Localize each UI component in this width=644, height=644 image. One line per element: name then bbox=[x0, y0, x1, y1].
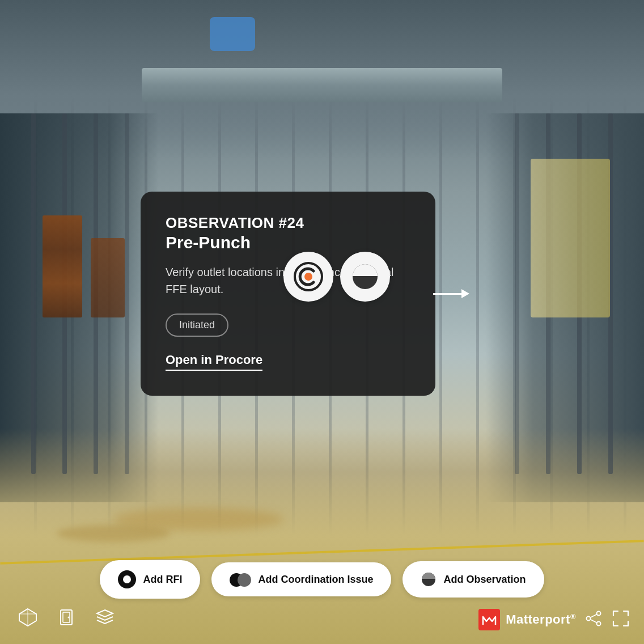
svg-point-12 bbox=[68, 617, 70, 618]
door-icon[interactable] bbox=[56, 607, 77, 630]
expand-icon[interactable] bbox=[611, 609, 630, 630]
procore-icon-circle[interactable] bbox=[283, 252, 333, 302]
status-badge: Initiated bbox=[166, 313, 228, 337]
circle-icon bbox=[122, 574, 132, 584]
matterport-icon-circle[interactable] bbox=[340, 252, 390, 302]
observation-icon bbox=[421, 571, 437, 587]
open-procore-link[interactable]: Open in Procore bbox=[166, 353, 262, 371]
svg-point-15 bbox=[587, 617, 591, 621]
matterport-name: Matterport® bbox=[506, 612, 576, 627]
half-circle-icon bbox=[421, 571, 437, 587]
svg-point-17 bbox=[597, 622, 601, 626]
add-rfi-button[interactable]: Add RFI bbox=[100, 560, 200, 599]
svg-point-4 bbox=[123, 575, 131, 583]
matterport-branding: Matterport® bbox=[478, 609, 576, 630]
coordination-icon bbox=[230, 573, 251, 586]
share-icon[interactable] bbox=[584, 609, 603, 630]
add-coordination-button[interactable]: Add Coordination Issue bbox=[211, 562, 391, 596]
svg-point-16 bbox=[597, 612, 601, 616]
svg-line-18 bbox=[590, 615, 597, 618]
add-observation-button[interactable]: Add Observation bbox=[402, 561, 544, 598]
svg-line-19 bbox=[590, 620, 597, 623]
bottom-toolbar: Add RFI Add Coordination Issue Add Obser… bbox=[0, 560, 644, 599]
add-rfi-label: Add RFI bbox=[143, 574, 182, 586]
svg-rect-14 bbox=[478, 609, 500, 630]
cube-icon[interactable] bbox=[17, 607, 39, 630]
add-observation-label: Add Observation bbox=[443, 574, 526, 586]
svg-point-1 bbox=[304, 273, 312, 281]
bottom-navigation bbox=[17, 607, 116, 630]
layers-icon[interactable] bbox=[94, 607, 116, 630]
matterport-sphere-icon bbox=[350, 261, 380, 292]
svg-marker-13 bbox=[97, 610, 113, 617]
app-icons-cluster bbox=[283, 252, 390, 302]
share-expand-group bbox=[584, 609, 630, 630]
procore-logo-icon bbox=[293, 261, 324, 292]
add-coordination-label: Add Coordination Issue bbox=[258, 574, 373, 586]
observation-type: Pre-Punch bbox=[166, 233, 410, 252]
arrow-indicator bbox=[433, 289, 469, 298]
matterport-logo-icon bbox=[478, 609, 500, 630]
rfi-icon bbox=[118, 570, 136, 588]
observation-number: OBSERVATION #24 bbox=[166, 214, 410, 232]
